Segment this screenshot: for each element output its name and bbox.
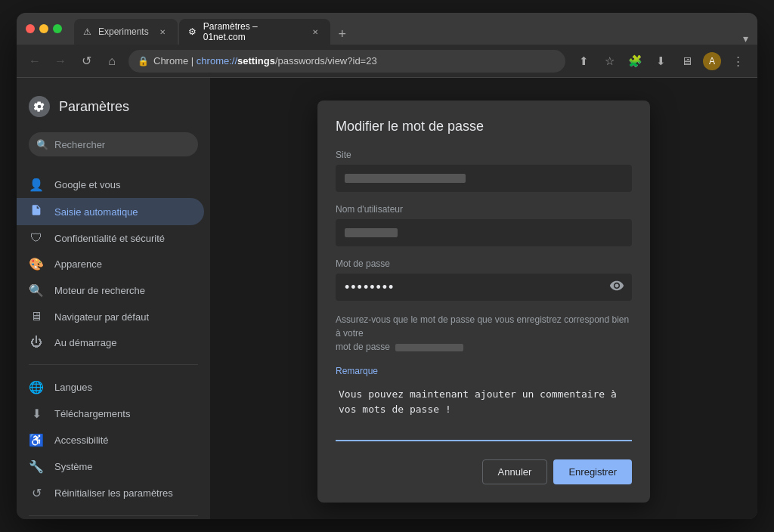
nav-divider [29, 364, 198, 365]
password-field-group: Mot de passe •••••••• [336, 258, 632, 301]
site-value-blurred [345, 174, 466, 183]
sidebar-item-languages[interactable]: 🌐 Langues [17, 374, 204, 401]
globe-icon: 🌐 [29, 380, 44, 394]
share-icon[interactable]: ⬆ [573, 51, 594, 72]
shield-icon: 🛡 [29, 231, 44, 245]
person-icon: 👤 [29, 178, 44, 192]
site-url-blurred [395, 344, 463, 351]
security-icon: 🔒 [138, 56, 149, 66]
screenshot-icon[interactable]: 🖥 [676, 51, 697, 72]
forward-button[interactable]: → [51, 52, 70, 70]
edit-password-modal: Modifier le mot de passe Site Nom d'util… [317, 101, 650, 503]
user-avatar: A [703, 52, 721, 70]
username-input[interactable] [336, 219, 632, 246]
sidebar-item-autofill-label: Saisie automatique [54, 206, 138, 218]
sidebar-item-startup-label: Au démarrage [54, 337, 116, 348]
reload-button[interactable]: ↺ [77, 52, 95, 70]
close-button[interactable] [26, 24, 35, 33]
search-placeholder: Rechercher [54, 139, 105, 150]
password-label: Mot de passe [336, 258, 632, 269]
sidebar-item-google-label: Google et vous [54, 179, 120, 190]
download-icon: ⬇ [29, 407, 44, 421]
traffic-lights [26, 24, 62, 33]
back-button[interactable]: ← [26, 52, 44, 70]
info-text: Assurez-vous que le mot de passe que vou… [336, 313, 632, 354]
address-input[interactable]: 🔒 Chrome | chrome://settings/passwords/v… [128, 50, 565, 73]
sidebar-item-appearance-label: Apparence [54, 258, 102, 270]
note-field-group: Remarque [336, 366, 632, 444]
cancel-button[interactable]: Annuler [482, 459, 548, 484]
new-tab-button[interactable]: + [332, 23, 353, 45]
save-button[interactable]: Enregistrer [553, 459, 632, 484]
tab-close-icon[interactable]: ✕ [156, 26, 169, 38]
password-visibility-toggle[interactable] [609, 278, 624, 296]
address-bar: ← → ↺ ⌂ 🔒 Chrome | chrome://settings/pas… [17, 45, 757, 78]
settings-icon: ⚙ [188, 26, 199, 37]
sidebar-item-search[interactable]: 🔍 Moteur de recherche [17, 277, 204, 304]
username-label: Nom d'utilisateur [336, 204, 632, 215]
sidebar-item-browser[interactable]: 🖥 Navigateur par défaut [17, 304, 204, 329]
sidebar-item-reset[interactable]: ↺ Réinitialiser les paramètres [17, 480, 204, 506]
address-text: Chrome | chrome://settings/passwords/vie… [153, 55, 377, 66]
sidebar-item-browser-label: Navigateur par défaut [54, 311, 149, 323]
modal-title: Modifier le mot de passe [336, 119, 632, 135]
wrench-icon: 🔧 [29, 459, 44, 474]
browser-window: ⚠ Experiments ✕ ⚙ Paramètres – 01net.com… [17, 13, 757, 519]
password-wrapper: •••••••• [336, 274, 632, 301]
sidebar-item-system-label: Système [54, 461, 93, 472]
site-field-group: Site [336, 150, 632, 192]
tab-settings-label: Paramètres – 01net.com [203, 21, 302, 42]
username-value-blurred [345, 228, 398, 237]
nav-section-main: 👤 Google et vous Saisie automatique 🛡 Co… [17, 169, 210, 358]
tab-settings[interactable]: ⚙ Paramètres – 01net.com ✕ [179, 19, 330, 45]
avatar[interactable]: A [701, 51, 723, 72]
site-label: Site [336, 150, 632, 160]
sidebar-item-appearance[interactable]: 🎨 Apparence [17, 251, 204, 277]
home-button[interactable]: ⌂ [103, 52, 121, 70]
sidebar-item-reset-label: Réinitialiser les paramètres [54, 487, 173, 499]
sidebar-item-downloads[interactable]: ⬇ Téléchargements [17, 401, 204, 427]
download-icon[interactable]: ⬇ [650, 51, 671, 72]
note-label: Remarque [336, 366, 632, 376]
tab-close-icon[interactable]: ✕ [309, 26, 321, 38]
maximize-button[interactable] [53, 24, 62, 33]
tab-experiments[interactable]: ⚠ Experiments ✕ [74, 19, 178, 45]
sidebar-item-privacy[interactable]: 🛡 Confidentialité et sécurité [17, 225, 204, 251]
sidebar-item-accessibility[interactable]: ♿ Accessibilité [17, 427, 204, 453]
sidebar-item-languages-label: Langues [54, 382, 92, 393]
username-field-group: Nom d'utilisateur [336, 204, 632, 246]
sidebar-item-downloads-label: Téléchargements [54, 408, 130, 419]
document-icon [29, 204, 44, 219]
site-input[interactable] [336, 165, 632, 192]
search-icon: 🔍 [36, 139, 48, 150]
search-icon: 🔍 [29, 283, 44, 298]
sidebar-header: Paramètres [17, 90, 210, 132]
sidebar-item-autofill[interactable]: Saisie automatique [17, 198, 204, 225]
accessibility-icon: ♿ [29, 433, 44, 447]
toolbar-icons: ⬆ ☆ 🧩 ⬇ 🖥 A ⋮ [573, 51, 748, 72]
modal-actions: Annuler Enregistrer [336, 459, 632, 484]
menu-icon[interactable]: ⋮ [727, 51, 748, 72]
search-bar[interactable]: 🔍 Rechercher [29, 132, 198, 156]
tab-options-button[interactable]: ▾ [743, 32, 748, 45]
nav-divider-2 [29, 515, 198, 516]
main-area: Modifier le mot de passe Site Nom d'util… [210, 78, 757, 519]
sidebar-item-privacy-label: Confidentialité et sécurité [54, 233, 165, 244]
reset-icon: ↺ [29, 486, 44, 500]
sidebar-title: Paramètres [59, 99, 129, 115]
sidebar-item-google[interactable]: 👤 Google et vous [17, 172, 204, 198]
tab-bar: ⚠ Experiments ✕ ⚙ Paramètres – 01net.com… [74, 13, 748, 45]
nav-section-advanced: 🌐 Langues ⬇ Téléchargements ♿ Accessibil… [17, 371, 210, 509]
sidebar-item-startup[interactable]: ⏻ Au démarrage [17, 329, 204, 355]
tab-experiments-label: Experiments [98, 26, 149, 37]
power-icon: ⏻ [29, 336, 44, 349]
palette-icon: 🎨 [29, 257, 44, 271]
extensions-icon[interactable]: 🧩 [624, 51, 646, 72]
star-icon[interactable]: ☆ [599, 51, 620, 72]
note-textarea[interactable] [336, 381, 632, 441]
minimize-button[interactable] [39, 24, 48, 33]
password-input[interactable]: •••••••• [336, 274, 632, 301]
settings-logo [29, 96, 50, 117]
sidebar-item-system[interactable]: 🔧 Système [17, 453, 204, 480]
modal-overlay: Modifier le mot de passe Site Nom d'util… [210, 78, 757, 519]
